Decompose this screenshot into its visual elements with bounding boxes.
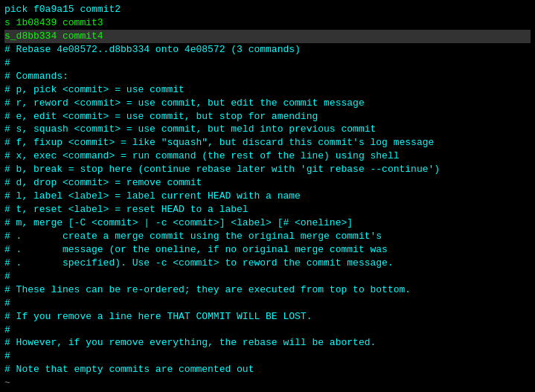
terminal-line-20: # . message (or the oneline, if no origi…: [4, 243, 531, 257]
terminal-line-28: #: [4, 350, 531, 363]
terminal-line-9: # r, reword <commit> = use commit, but e…: [4, 97, 531, 110]
terminal-line-11: # s, squash <commit> = use commit, but m…: [4, 123, 531, 136]
terminal: pick f0a9a15 commit2s 1b08439 commit3s_d…: [0, 0, 535, 392]
terminal-line-6: #: [4, 57, 531, 70]
terminal-line-25: # If you remove a line here THAT COMMIT …: [4, 310, 531, 324]
terminal-line-16: # l, label <label> = label current HEAD …: [4, 190, 531, 203]
terminal-line-15: # d, drop <commit> = remove commit: [4, 176, 531, 190]
terminal-line-19: # . create a merge commit using the orig…: [4, 230, 531, 243]
terminal-line-2: s 1b08439 commit3: [4, 16, 531, 30]
terminal-line-14: # b, break = stop here (continue rebase …: [4, 163, 531, 176]
terminal-line-7: # Commands:: [4, 70, 531, 83]
terminal-line-8: # p, pick <commit> = use commit: [4, 83, 531, 97]
terminal-line-29: # Note that empty commits are commented …: [4, 363, 531, 376]
terminal-line-21: # . specified). Use -c <commit> to rewor…: [4, 257, 531, 270]
terminal-line-26: #: [4, 324, 531, 337]
terminal-line-3: s_d8bb334 commit4: [4, 30, 531, 43]
terminal-line-27: # However, if you remove everything, the…: [4, 336, 531, 350]
terminal-line-12: # f, fixup <commit> = like "squash", but…: [4, 136, 531, 150]
terminal-line-10: # e, edit <commit> = use commit, but sto…: [4, 110, 531, 123]
terminal-line-18: # m, merge [-C <commit> | -c <commit>] <…: [4, 216, 531, 230]
terminal-line-1: pick f0a9a15 commit2: [4, 3, 531, 16]
terminal-line-31: ~: [4, 376, 531, 390]
terminal-line-24: #: [4, 297, 531, 310]
terminal-line-5: # Rebase 4e08572..d8bb334 onto 4e08572 (…: [4, 43, 531, 57]
terminal-line-13: # x, exec <command> = run command (the r…: [4, 150, 531, 163]
terminal-line-22: #: [4, 270, 531, 283]
terminal-line-17: # t, reset <label> = reset HEAD to a lab…: [4, 203, 531, 216]
terminal-line-23: # These lines can be re-ordered; they ar…: [4, 283, 531, 297]
